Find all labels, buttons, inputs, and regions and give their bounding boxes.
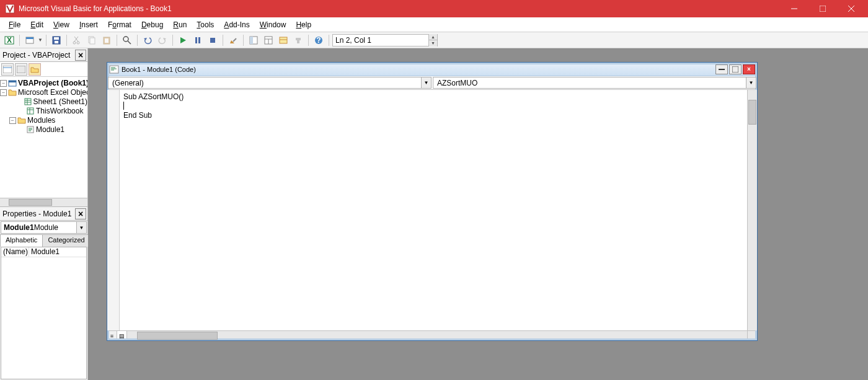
find-icon[interactable] (120, 33, 134, 47)
folder-icon (8, 88, 17, 97)
code-window-titlebar[interactable]: Book1 - Module1 (Code) × (107, 63, 757, 76)
code-window-maximize-icon[interactable] (729, 64, 742, 74)
resize-grip-icon[interactable] (747, 331, 757, 340)
menu-tools[interactable]: Tools (192, 19, 219, 30)
code-vscroll[interactable] (747, 90, 757, 330)
tree-excel-objects[interactable]: − Microsoft Excel Objects (0, 87, 87, 97)
help-icon[interactable]: ? (312, 33, 326, 47)
menu-debug[interactable]: Debug (136, 19, 168, 30)
svg-rect-51 (110, 66, 118, 73)
tree-root[interactable]: − VBAProject (Book1) (0, 78, 87, 87)
position-indicator[interactable]: Ln 2, Col 1 ▲▼ (332, 34, 438, 46)
toolbox-icon[interactable] (291, 33, 305, 47)
menu-file[interactable]: File (4, 19, 25, 30)
project-toolbar (0, 62, 87, 77)
svg-rect-2 (820, 6, 826, 12)
code-window-minimize-icon[interactable] (715, 64, 728, 74)
save-icon[interactable] (50, 33, 63, 47)
break-icon[interactable] (191, 33, 205, 47)
code-hscroll[interactable] (127, 331, 747, 340)
procedure-combo[interactable]: AZSortMUO ▼ (433, 77, 756, 89)
paste-icon[interactable] (100, 33, 113, 47)
code-line-3: End Sub (123, 111, 152, 120)
project-hscroll[interactable] (0, 198, 87, 206)
svg-rect-27 (250, 37, 253, 44)
full-module-view-icon[interactable]: ▤ (117, 331, 127, 340)
menu-edit[interactable]: Edit (25, 19, 48, 30)
code-margin[interactable] (107, 90, 120, 330)
svg-line-21 (128, 41, 131, 44)
menu-format[interactable]: Format (103, 19, 136, 30)
pos-down-icon[interactable]: ▼ (429, 40, 437, 46)
code-editor[interactable]: Sub AZSortMUO() End Sub (120, 90, 747, 330)
properties-panel-header: Properties - Module1 × (0, 207, 87, 221)
insert-object-icon[interactable] (23, 33, 37, 47)
svg-point-20 (123, 37, 128, 42)
svg-rect-23 (198, 37, 200, 43)
toolbar: X ▼ ? Ln 2, Col 1 ▲▼ (0, 32, 868, 48)
folder-icon (17, 116, 26, 125)
properties-tabs: Alphabetic Categorized (0, 234, 87, 247)
menu-insert[interactable]: Insert (74, 19, 103, 30)
maximize-button[interactable] (808, 0, 837, 17)
cut-icon[interactable] (70, 33, 84, 47)
menu-view[interactable]: View (48, 19, 74, 30)
object-browser-icon[interactable] (277, 33, 290, 47)
procedure-combo-dropdown-icon[interactable]: ▼ (746, 77, 756, 88)
module-icon (26, 125, 35, 134)
tab-alphabetic[interactable]: Alphabetic (0, 234, 43, 247)
tree-modules-label: Modules (27, 116, 55, 125)
design-mode-icon[interactable] (226, 33, 240, 47)
svg-point-14 (73, 42, 76, 44)
tab-categorized[interactable]: Categorized (42, 234, 90, 247)
menu-run[interactable]: Run (168, 19, 192, 30)
view-excel-icon[interactable]: X (2, 33, 16, 47)
minimize-button[interactable] (780, 0, 808, 17)
menu-addins[interactable]: Add-Ins (219, 19, 254, 30)
project-panel-close-icon[interactable]: × (75, 50, 86, 61)
svg-rect-37 (17, 66, 25, 73)
svg-text:X: X (7, 36, 12, 45)
svg-rect-56 (732, 66, 738, 73)
menu-help[interactable]: Help (291, 19, 316, 30)
redo-icon[interactable] (156, 33, 169, 47)
object-combo[interactable]: (General) ▼ (108, 77, 432, 89)
property-row-name[interactable]: (Name) Module1 (1, 247, 86, 257)
code-window: Book1 - Module1 (Code) × (General) ▼ AZS… (107, 62, 758, 341)
project-explorer-icon[interactable] (247, 33, 260, 47)
tree-sheet1[interactable]: Sheet1 (Sheet1) (0, 97, 87, 106)
view-code-icon[interactable] (1, 63, 14, 76)
property-name-value[interactable]: Module1 (29, 247, 86, 257)
run-icon[interactable] (176, 33, 190, 47)
pos-up-icon[interactable]: ▲ (429, 34, 437, 41)
workbook-icon (26, 107, 35, 115)
project-tree[interactable]: − VBAProject (Book1) − Microsoft Excel O… (0, 77, 87, 206)
reset-icon[interactable] (206, 33, 219, 47)
properties-object-dropdown-icon[interactable]: ▼ (76, 222, 86, 233)
properties-window-icon[interactable] (262, 33, 275, 47)
text-cursor (123, 102, 124, 110)
close-button[interactable] (837, 0, 866, 17)
svg-rect-11 (55, 41, 58, 43)
titlebar: Microsoft Visual Basic for Applications … (0, 0, 868, 17)
object-combo-dropdown-icon[interactable]: ▼ (421, 77, 431, 88)
tree-root-label: VBAProject (Book1) (18, 79, 87, 87)
properties-object-selector[interactable]: Module1 Module ▼ (1, 221, 87, 234)
view-object-icon[interactable] (15, 63, 27, 76)
undo-icon[interactable] (141, 33, 154, 47)
project-panel-header: Project - VBAProject × (0, 48, 87, 62)
svg-rect-17 (90, 38, 95, 44)
procedure-view-icon[interactable]: ≡ (107, 331, 117, 340)
copy-icon[interactable] (85, 33, 99, 47)
menu-window[interactable]: Window (255, 19, 291, 30)
tree-module1-label: Module1 (36, 125, 64, 134)
tree-module1[interactable]: Module1 (0, 125, 87, 134)
tree-modules[interactable]: − Modules (0, 115, 87, 125)
properties-panel-close-icon[interactable]: × (75, 208, 86, 219)
svg-rect-10 (54, 37, 59, 40)
code-line-1: Sub AZSortMUO() (123, 92, 184, 101)
tree-thisworkbook[interactable]: ThisWorkbook (0, 106, 87, 115)
code-window-close-icon[interactable]: × (743, 64, 755, 74)
toggle-folders-icon[interactable] (29, 63, 41, 76)
insert-dropdown-icon[interactable]: ▼ (38, 33, 43, 47)
